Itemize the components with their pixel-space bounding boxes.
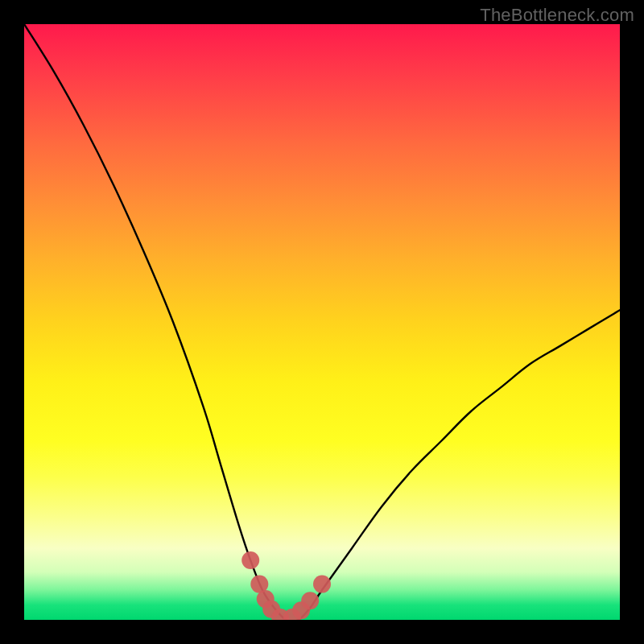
highlight-markers bbox=[242, 551, 331, 620]
plot-area bbox=[24, 24, 620, 620]
watermark-text: TheBottleneck.com bbox=[480, 5, 634, 26]
curve-layer bbox=[24, 24, 620, 620]
marker-dot bbox=[301, 592, 319, 609]
marker-dot bbox=[242, 551, 259, 569]
marker-dot bbox=[313, 576, 331, 593]
bottleneck-curve bbox=[24, 24, 620, 620]
chart-stage: TheBottleneck.com bbox=[0, 0, 644, 644]
